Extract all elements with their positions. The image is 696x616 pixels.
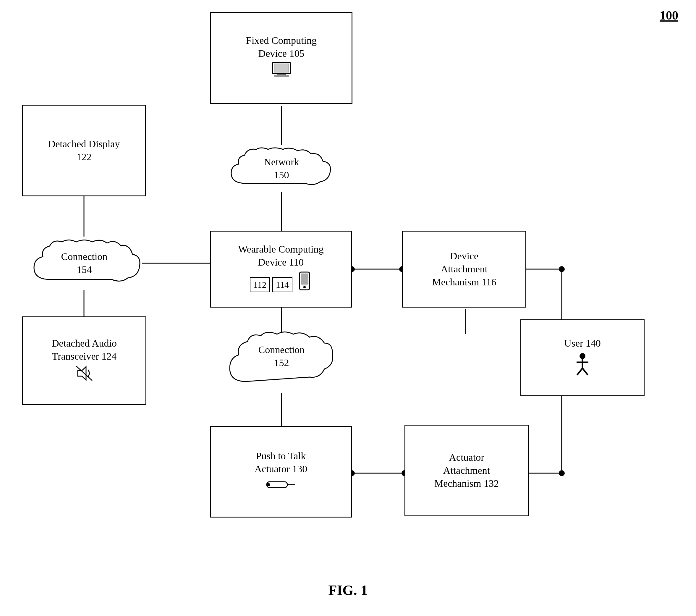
svg-point-8 bbox=[559, 470, 565, 476]
actuator-attachment-label: ActuatorAttachmentMechanism 132 bbox=[434, 451, 499, 490]
svg-point-29 bbox=[580, 353, 585, 359]
connection-152-cloud: Connection152 bbox=[222, 319, 341, 393]
device-attachment-label: DeviceAttachmentMechanism 116 bbox=[432, 250, 496, 289]
user-label: User 140 bbox=[564, 337, 601, 350]
connection-154-cloud: Connection154 bbox=[27, 237, 142, 290]
fixed-computing-label: Fixed ComputingDevice 105 bbox=[246, 34, 317, 60]
diagram-reference: 100 bbox=[660, 8, 678, 22]
detached-display-label: Detached Display122 bbox=[48, 138, 120, 163]
device-attachment-mechanism: DeviceAttachmentMechanism 116 bbox=[402, 231, 526, 307]
wearable-sub-boxes: 112 114 bbox=[250, 277, 292, 292]
button-icon bbox=[266, 479, 296, 494]
detached-audio: Detached AudioTransceiver 124 bbox=[22, 316, 146, 405]
network-cloud: Network150 bbox=[222, 145, 341, 192]
network-label: Network150 bbox=[264, 156, 299, 181]
push-to-talk: Push to TalkActuator 130 bbox=[210, 426, 352, 518]
wearable-computing-device: Wearable ComputingDevice 110 112 114 bbox=[210, 231, 352, 307]
fig-label: FIG. 1 bbox=[328, 582, 367, 598]
sub-box-114: 114 bbox=[272, 277, 292, 292]
push-to-talk-label: Push to TalkActuator 130 bbox=[255, 449, 307, 475]
actuator-attachment-mechanism: ActuatorAttachmentMechanism 132 bbox=[405, 425, 529, 516]
wearable-label: Wearable ComputingDevice 110 bbox=[238, 243, 323, 269]
connection-154-label: Connection154 bbox=[61, 250, 108, 276]
svg-rect-24 bbox=[274, 64, 289, 72]
svg-line-33 bbox=[583, 368, 588, 375]
detached-audio-label: Detached AudioTransceiver 124 bbox=[52, 337, 117, 363]
svg-rect-36 bbox=[267, 482, 287, 488]
svg-line-32 bbox=[577, 368, 583, 375]
svg-rect-37 bbox=[267, 483, 270, 486]
fixed-computing-device: Fixed ComputingDevice 105 bbox=[210, 12, 352, 104]
handheld-icon bbox=[297, 271, 312, 296]
connection-152-label: Connection152 bbox=[258, 343, 305, 369]
speaker-icon bbox=[75, 365, 93, 385]
svg-point-27 bbox=[303, 286, 306, 288]
sub-box-112: 112 bbox=[250, 277, 270, 292]
diagram-container: 100 bbox=[0, 0, 696, 616]
detached-display: Detached Display122 bbox=[22, 105, 146, 196]
computer-icon bbox=[271, 62, 292, 82]
user-box: User 140 bbox=[520, 319, 645, 396]
person-icon bbox=[574, 352, 591, 379]
svg-point-7 bbox=[559, 266, 565, 272]
svg-rect-26 bbox=[301, 274, 308, 284]
